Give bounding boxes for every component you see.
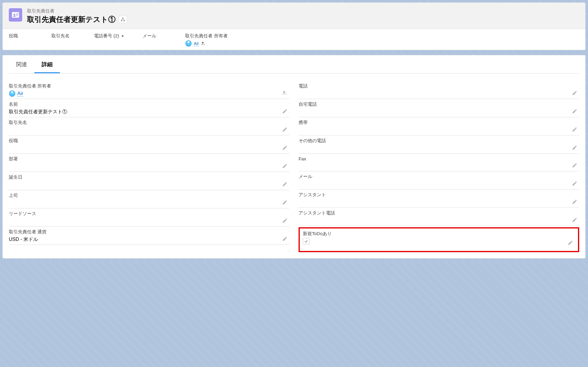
- tab-related[interactable]: 関連: [9, 55, 34, 73]
- detail-col-left: 取引先責任者 所有者 Air 名前 取引先責任者更新テスト① 取引先名 役職: [9, 81, 289, 252]
- owner-link[interactable]: Air: [17, 91, 23, 97]
- highlight-label: メール: [143, 33, 167, 39]
- pencil-icon[interactable]: [572, 217, 577, 223]
- field-reports-to: 上司: [9, 190, 289, 208]
- field-label: 上司: [9, 193, 289, 198]
- detail-panel: 関連 詳細 取引先責任者 所有者 Air 名前 取引先責任者更新テスト① 取引先…: [2, 55, 586, 259]
- tab-details[interactable]: 詳細: [34, 55, 60, 73]
- highlighted-new-todo: 新規ToDoあり: [299, 227, 579, 252]
- field-label: 名前: [9, 101, 289, 107]
- field-label: アシスタント: [299, 192, 579, 198]
- record-header: 取引先責任者 取引先責任者更新テスト①: [2, 2, 586, 29]
- record-name: 取引先責任者更新テスト①: [27, 15, 116, 24]
- field-value: [9, 200, 289, 206]
- highlight-phone-label: 電話番号 (2): [94, 33, 119, 39]
- field-value: [299, 217, 579, 224]
- pencil-icon[interactable]: [282, 218, 288, 223]
- field-label: その他の電話: [299, 138, 579, 144]
- field-label: アシスタント電話: [299, 210, 579, 216]
- svg-point-9: [283, 91, 285, 93]
- field-label: 役職: [9, 138, 289, 144]
- field-value: 取引先責任者更新テスト①: [9, 108, 289, 115]
- pencil-icon[interactable]: [282, 127, 288, 132]
- svg-point-1: [14, 14, 16, 15]
- contact-icon: [9, 8, 22, 22]
- hierarchy-button[interactable]: [119, 16, 127, 23]
- pencil-icon[interactable]: [568, 240, 573, 245]
- pencil-icon[interactable]: [572, 145, 577, 150]
- highlight-role: 役職: [9, 33, 33, 47]
- field-label: Fax: [299, 156, 579, 161]
- field-label: 取引先責任者 所有者: [9, 83, 289, 89]
- field-value: [299, 199, 579, 206]
- pencil-icon[interactable]: [282, 200, 288, 205]
- pencil-icon[interactable]: [282, 181, 288, 187]
- field-account: 取引先名: [9, 117, 289, 135]
- detail-col-right: 電話 自宅電話 携帯 その他の電話 Fax: [299, 81, 579, 252]
- object-label: 取引先責任者: [27, 8, 127, 14]
- field-lead-source: リードソース: [9, 208, 289, 227]
- field-value: [9, 181, 289, 188]
- field-currency: 取引先責任者 通貨 USD - 米ドル: [9, 227, 289, 245]
- field-label: リードソース: [9, 211, 289, 217]
- highlight-phone[interactable]: 電話番号 (2) ▼: [94, 33, 124, 47]
- field-department: 部署: [9, 154, 289, 172]
- check-icon: [304, 239, 308, 243]
- field-assistant-phone: アシスタント電話: [299, 208, 579, 226]
- pencil-icon[interactable]: [572, 108, 577, 114]
- field-label: 取引先名: [9, 120, 289, 125]
- field-name: 名前 取引先責任者更新テスト①: [9, 99, 289, 117]
- field-value: [9, 145, 289, 152]
- pencil-icon[interactable]: [572, 181, 577, 186]
- chevron-down-icon: ▼: [121, 34, 125, 38]
- highlights-panel: 役職 取引先名 電話番号 (2) ▼ メール 取引先責任者 所有者 Air: [2, 29, 586, 50]
- field-label: 部署: [9, 156, 289, 162]
- pencil-icon[interactable]: [282, 236, 288, 242]
- svg-rect-5: [122, 18, 123, 19]
- owner-link[interactable]: Air: [194, 41, 199, 46]
- field-birthdate: 誕生日: [9, 172, 289, 190]
- field-label: メール: [299, 174, 579, 180]
- field-label: 取引先責任者 通貨: [9, 229, 289, 235]
- change-owner-icon[interactable]: [282, 90, 288, 96]
- checkbox-checked: [303, 238, 310, 245]
- field-value: [299, 127, 579, 133]
- field-value: USD - 米ドル: [9, 236, 289, 243]
- field-other-phone: その他の電話: [299, 135, 579, 154]
- field-value: [299, 108, 579, 115]
- highlight-label: 取引先名: [51, 33, 76, 39]
- field-title: 役職: [9, 135, 289, 154]
- pencil-icon[interactable]: [572, 90, 577, 96]
- svg-rect-6: [121, 20, 122, 21]
- field-mobile: 携帯: [299, 117, 579, 135]
- field-fax: Fax: [299, 154, 579, 171]
- pencil-icon[interactable]: [282, 163, 288, 169]
- highlight-email: メール: [143, 33, 167, 47]
- pencil-icon[interactable]: [282, 145, 288, 150]
- field-home-phone: 自宅電話: [299, 99, 579, 117]
- field-value: [9, 218, 289, 225]
- field-label: 電話: [299, 83, 579, 89]
- svg-rect-4: [16, 15, 18, 16]
- field-label: 携帯: [299, 120, 579, 125]
- pencil-icon[interactable]: [572, 199, 577, 204]
- tabs: 関連 詳細: [9, 55, 579, 74]
- field-label: 新規ToDoあり: [303, 231, 575, 237]
- pencil-icon[interactable]: [282, 108, 288, 114]
- field-assistant: アシスタント: [299, 190, 579, 208]
- highlight-label: 取引先責任者 所有者: [185, 33, 227, 39]
- field-value: [9, 163, 289, 170]
- field-owner: 取引先責任者 所有者 Air: [9, 81, 289, 99]
- field-value: [299, 163, 579, 169]
- pencil-icon[interactable]: [572, 163, 577, 168]
- svg-rect-3: [16, 15, 18, 15]
- hierarchy-icon: [121, 17, 125, 22]
- highlight-owner: 取引先責任者 所有者 Air: [185, 33, 227, 47]
- pencil-icon[interactable]: [572, 127, 577, 132]
- highlight-account: 取引先名: [51, 33, 76, 47]
- field-value: [299, 90, 579, 97]
- avatar: [9, 90, 16, 97]
- change-owner-icon[interactable]: [201, 41, 206, 46]
- svg-point-8: [202, 42, 203, 43]
- svg-rect-2: [16, 13, 18, 14]
